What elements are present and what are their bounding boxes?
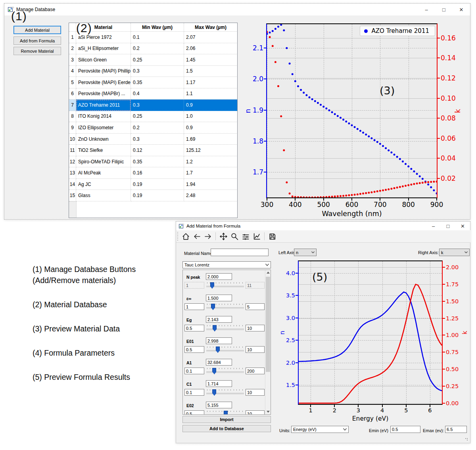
material-name-input[interactable] [211,249,269,256]
parameter-value-input[interactable] [206,402,232,408]
close-button[interactable]: ✕ [455,222,470,230]
window2-titlebar[interactable]: Add Material from Formula – □ ✕ [176,222,470,230]
table-cell[interactable]: 1.17 [184,77,238,88]
table-cell[interactable]: IZO Ellipsometer [76,122,131,134]
slider-thumb[interactable] [216,347,220,353]
table-cell[interactable]: 1.0 [184,111,238,123]
table-row[interactable]: 12Spiro-OMeTAD Filipic0.351.2 [69,156,238,168]
table-cell[interactable]: Silicon Green [76,54,131,66]
scroll-thumb[interactable] [266,277,270,372]
slider-track[interactable] [206,393,244,394]
parameter-min-input[interactable] [184,303,204,310]
parameter-min-input[interactable] [184,410,204,415]
parameter-min-input[interactable] [184,368,204,374]
table-row-number[interactable]: 11 [69,145,76,156]
table-row[interactable]: 9IZO Ellipsometer0.20.9 [69,122,238,134]
table-cell[interactable]: 1.7 [184,167,238,179]
minimize-button[interactable]: – [418,4,435,15]
table-row[interactable]: 7AZO Treharne 20110.30.9 [69,100,238,111]
back-icon[interactable] [192,232,202,241]
table-cell[interactable]: 0.16 [131,167,184,179]
table-header[interactable]: Max Wav (µm) [184,23,238,32]
parameter-max-input[interactable] [246,346,265,353]
table-cell[interactable]: ZnO Unknown [76,134,131,145]
pan-icon[interactable] [219,232,228,241]
table-row[interactable]: 10ZnO Unknown0.31.69 [69,134,238,145]
table-header[interactable]: Min Wav (µm) [131,23,184,32]
toolbar-grip[interactable] [177,232,180,241]
window1-titlebar[interactable]: Manage Database – □ ✕ [4,4,470,15]
table-row-number[interactable]: 6 [69,88,76,100]
add-material-button[interactable]: Add Material [13,26,61,34]
units-dropdown[interactable]: Energy (eV) [291,426,349,433]
table-row-number[interactable]: 3 [69,54,76,66]
table-cell[interactable]: 0.1 [131,32,184,43]
table-row-number[interactable]: 7 [69,100,76,111]
parameter-max-input[interactable] [246,389,265,396]
parameter-value-input[interactable] [206,273,232,280]
table-cell[interactable]: Al McPeak [76,167,131,179]
home-icon[interactable] [181,232,190,241]
table-cell[interactable]: 2.06 [184,43,238,55]
subplots-icon[interactable] [241,232,250,241]
table-cell[interactable]: 1.45 [184,54,238,66]
remove-material-button[interactable]: Remove Material [13,47,61,55]
parameter-value-input[interactable] [206,380,232,387]
maximize-button[interactable]: □ [435,4,453,15]
parameter-min-input[interactable] [184,389,204,396]
formula-preview-chart[interactable]: 4.03.53.02.52.01.52.001.751.501.251.000.… [274,245,471,431]
table-row[interactable]: 6Perovskite (MAPBr) ...0.41.1 [69,88,238,100]
table-cell[interactable]: 0.4 [131,88,184,100]
table-cell[interactable]: Spiro-OMeTAD Filipic [76,156,131,168]
table-cell[interactable]: ITO Konig 2014 [76,111,131,123]
zoom-icon[interactable] [230,232,239,241]
parameter-max-input[interactable] [246,282,265,289]
parameter-min-input[interactable] [184,346,204,353]
parameter-max-input[interactable] [246,410,265,415]
table-row-number[interactable]: 1 [69,32,76,43]
table-row[interactable]: 14Ag JC0.191.94 [69,179,238,190]
table-cell[interactable]: 0.12 [131,145,184,156]
table-cell[interactable]: 1.94 [184,179,238,190]
table-cell[interactable]: 0.19 [131,190,184,201]
table-cell[interactable]: 0.9 [184,122,238,134]
slider-track[interactable] [206,414,244,415]
table-cell[interactable]: 1.5 [184,66,238,77]
table-cell[interactable]: Perovskite (MAPBr) ... [76,88,131,100]
table-cell[interactable]: 0.19 [131,179,184,190]
close-button[interactable]: ✕ [453,4,470,15]
scroll-up-arrow[interactable] [265,270,271,275]
table-row[interactable]: 1aSi Pierce 19720.12.07 [69,32,238,43]
table-header[interactable] [69,23,76,32]
table-cell[interactable]: 1.2 [184,156,238,168]
table-cell[interactable]: 2.07 [184,32,238,43]
slider-thumb[interactable] [224,411,228,415]
table-cell[interactable]: 125.12 [184,145,238,156]
table-cell[interactable]: 0.35 [131,77,184,88]
table-cell[interactable]: AZO Treharne 2011 [76,100,131,111]
slider-thumb[interactable] [213,325,217,331]
table-row[interactable]: 11TiO2 Siefke0.12125.12 [69,145,238,156]
table-row-number[interactable]: 2 [69,43,76,55]
table-cell[interactable]: 0.3 [131,100,184,111]
table-row-number[interactable]: 10 [69,134,76,145]
table-row-number[interactable]: 8 [69,111,76,123]
table-row-number[interactable]: 9 [69,122,76,134]
slider-thumb[interactable] [211,304,215,310]
emin-input[interactable] [390,426,420,433]
forward-icon[interactable] [203,232,213,241]
table-cell[interactable]: 0.2 [131,122,184,134]
parameter-max-input[interactable] [246,303,265,310]
table-cell[interactable]: 0.25 [131,111,184,123]
parameter-value-input[interactable] [206,359,232,366]
slider-track[interactable] [206,350,244,352]
table-cell[interactable]: 0.2 [131,43,184,55]
parameter-min-input[interactable] [184,282,204,289]
table-row-number[interactable]: 14 [69,179,76,190]
parameter-max-input[interactable] [246,368,265,374]
customize-icon[interactable] [252,232,261,241]
table-row[interactable]: 13Al McPeak0.161.7 [69,167,238,179]
table-cell[interactable]: Glass [76,190,131,201]
parameter-max-input[interactable] [246,325,265,331]
add-to-database-button[interactable]: Add to Database [182,425,271,432]
